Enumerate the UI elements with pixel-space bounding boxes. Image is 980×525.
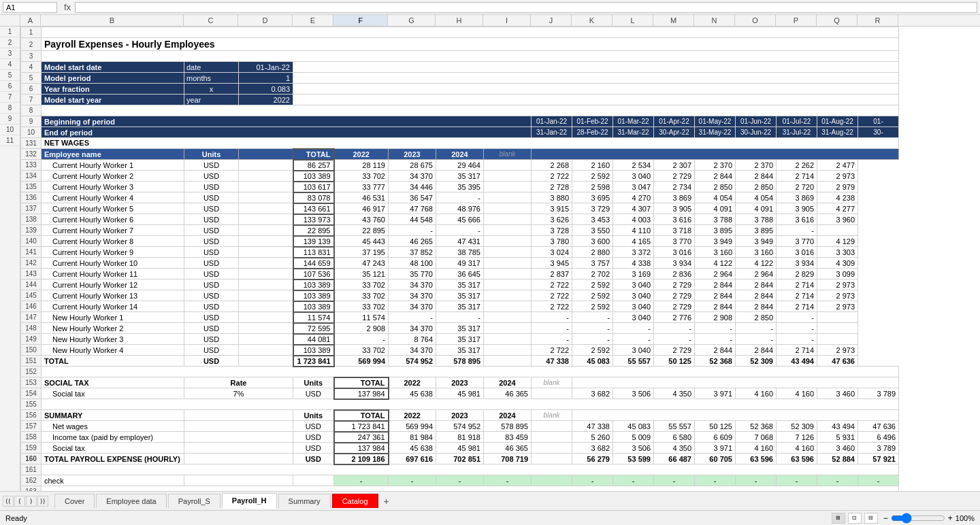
tab-next-btn[interactable]: ⟩ [26, 496, 37, 507]
model-start-year-type: year [184, 95, 239, 105]
row-145: 145 Current Hourly Worker 13 USD 103 389… [21, 290, 899, 301]
row-6: 6 Year fraction x 0.083 [21, 84, 899, 95]
social-tax-rate-header: Rate [184, 377, 293, 388]
row-7: 7 Model start year year 2022 [21, 95, 899, 105]
zoom-in-btn[interactable]: + [948, 513, 953, 523]
tab-first-btn[interactable]: ⟨⟨ [3, 496, 14, 507]
tab-payroll-h[interactable]: Payroll_H [222, 493, 277, 509]
row-158: 158 Income tax (paid by employer) USD 24… [21, 432, 899, 443]
summary-label: SUMMARY [42, 410, 184, 421]
row-num-6: 6 [0, 81, 20, 92]
col-header-k: K [572, 15, 612, 26]
row-160: 160 TOTAL PAYROLL EXPENSE (HOURLY) USD 2… [21, 454, 899, 464]
col-2022: 2022 [334, 149, 389, 160]
tab-summary[interactable]: Summary [278, 494, 331, 508]
row-163: 163 [21, 486, 899, 492]
col-units: Units [184, 149, 239, 160]
row-147: 147 New Hourly Worker 1 USD 11 574 11 57… [21, 312, 899, 323]
row-155: 155 [21, 399, 899, 410]
row-num-1: 1 [0, 27, 20, 37]
row-156: 156 SUMMARY Units TOTAL 2022 2023 2024 b… [21, 410, 899, 421]
col-2024: 2024 [436, 149, 484, 160]
social-tax-total-header: TOTAL [334, 377, 389, 388]
normal-view-icon[interactable]: ⊞ [832, 513, 845, 524]
row-2: 2 Payroll Expenses - Hourly Employees [21, 38, 899, 51]
row-10: 10 End of period 31-Jan-22 28-Feb-22 31-… [21, 127, 899, 138]
sheet-title: Payroll Expenses - Hourly Employees [42, 38, 899, 51]
row-159: 159 Social tax USD 137 984 45 638 45 981… [21, 443, 899, 454]
formula-input[interactable] [75, 2, 977, 13]
tab-navigation: ⟨⟨ ⟨ ⟩ ⟩⟩ [3, 496, 49, 507]
zoom-controls: − + 100% [883, 513, 975, 524]
name-box[interactable] [3, 2, 57, 13]
row-num-10: 10 [0, 124, 20, 135]
row-5: 5 Model period months 1 [21, 73, 899, 84]
col-header-q: Q [817, 15, 858, 26]
status-right: ⊞ ⊡ ⊟ − + 100% [832, 513, 975, 524]
grid-area[interactable]: 1 2 Payroll Expenses - Hourly Employees … [20, 27, 980, 491]
social-tax-label: SOCIAL TAX [42, 377, 184, 388]
col-header-i: I [483, 15, 531, 26]
model-start-date-value: 01-Jan-22 [239, 62, 293, 73]
tab-employee-data[interactable]: Employee data [96, 494, 166, 508]
row-131: 131 NET WAGES [21, 138, 899, 149]
row-137: 137 Current Hourly Worker 5 USD 143 661 … [21, 203, 899, 214]
year-fraction-value: 0.083 [239, 84, 293, 95]
row-162: 162 check - - - - - - - - - - - - [21, 475, 899, 486]
row-numbers: 1 2 3 4 5 6 7 8 9 10 11 [0, 27, 20, 491]
row-149: 149 New Hourly Worker 3 USD 44 081 - 8 7… [21, 334, 899, 345]
net-wages-section-label: NET WAGES [42, 138, 899, 149]
tab-last-btn[interactable]: ⟩⟩ [37, 496, 48, 507]
beginning-period-label: Beginning of period [42, 116, 532, 127]
row-num-3: 3 [0, 48, 20, 59]
zoom-slider[interactable] [891, 513, 945, 524]
col-header-d: D [238, 15, 293, 26]
zoom-out-btn[interactable]: − [883, 513, 888, 523]
col-header-p: P [776, 15, 817, 26]
social-tax-units-header: Units [293, 377, 334, 388]
corner-cell [0, 15, 20, 26]
row-num-5: 5 [0, 70, 20, 81]
row-141: 141 Current Hourly Worker 9 USD 113 831 … [21, 247, 899, 258]
row-num-8: 8 [0, 103, 20, 114]
row-144: 144 Current Hourly Worker 12 USD 103 389… [21, 280, 899, 290]
tab-catalog[interactable]: Catalog [332, 494, 378, 508]
col-header-f: F [333, 15, 388, 26]
tab-cover[interactable]: Cover [54, 494, 95, 508]
row-4: 4 Model start date date 01-Jan-22 [21, 62, 899, 73]
col-header-b: B [41, 15, 184, 26]
formula-bar-area: fx [0, 0, 980, 15]
col-total: TOTAL [293, 149, 334, 160]
year-fraction-label: Year fraction [42, 84, 184, 95]
add-tab-btn[interactable]: + [380, 496, 393, 507]
row-154: 154 Social tax 7% USD 137 984 45 638 45 … [21, 388, 899, 399]
col-blank-year: blank [484, 149, 532, 160]
col-header-j: J [531, 15, 572, 26]
col-header-m: M [653, 15, 694, 26]
row-9: 9 Beginning of period 01-Jan-22 01-Feb-2… [21, 116, 899, 127]
tab-payroll-s[interactable]: Payroll_S [168, 494, 220, 508]
col-header-n: N [694, 15, 735, 26]
row-153: 153 SOCIAL TAX Rate Units TOTAL 2022 202… [21, 377, 899, 388]
row-136: 136 Current Hourly Worker 4 USD 83 078 4… [21, 192, 899, 203]
row-140: 140 Current Hourly Worker 8 USD 139 139 … [21, 236, 899, 247]
spreadsheet-table: 1 2 Payroll Expenses - Hourly Employees … [20, 27, 899, 491]
page-break-icon[interactable]: ⊟ [864, 513, 878, 524]
model-period-label: Model period [42, 73, 184, 84]
row-148: 148 New Hourly Worker 2 USD 72 595 2 908… [21, 323, 899, 334]
row-142: 142 Current Hourly Worker 10 USD 144 659… [21, 258, 899, 269]
col-employee-name: Employee name [42, 149, 184, 160]
row-num-7: 7 [0, 92, 20, 103]
row-num-4: 4 [0, 59, 20, 70]
model-period-type: months [184, 73, 239, 84]
col-header-c: C [184, 15, 238, 26]
col-header-r: R [858, 15, 898, 26]
tab-prev-btn[interactable]: ⟨ [14, 496, 25, 507]
page-layout-icon[interactable]: ⊡ [848, 513, 862, 524]
zoom-level: 100% [956, 514, 975, 522]
row-1: 1 [21, 27, 899, 38]
model-start-date-label: Model start date [42, 62, 184, 73]
row-157: 157 Net wages USD 1 723 841 569 994 574 … [21, 421, 899, 432]
column-headers: A B C D E F G H I J K L M N O P Q R [0, 15, 980, 27]
spreadsheet: fx A B C D E F G H I J K L M N O P Q R 1… [0, 0, 980, 525]
